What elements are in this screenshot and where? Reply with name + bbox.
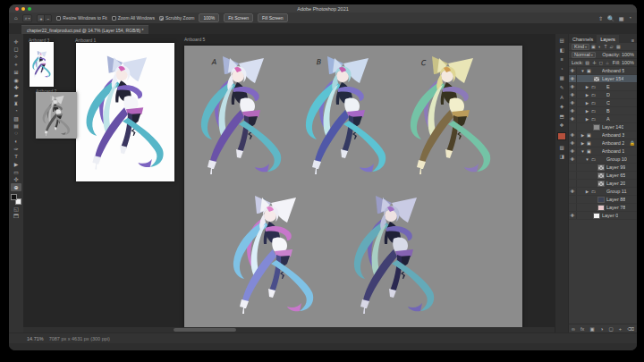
visibility-eye-icon[interactable] xyxy=(569,164,577,171)
tab-layers[interactable]: Layers xyxy=(597,35,619,43)
expand-collapse-icon[interactable]: ▼ xyxy=(580,149,585,154)
visibility-eye-icon[interactable]: 👁 xyxy=(569,139,577,147)
horizontal-scrollbar[interactable] xyxy=(23,327,555,333)
visibility-eye-icon[interactable] xyxy=(569,196,577,203)
layer-thumbnail[interactable] xyxy=(597,100,605,106)
zoom-level-field[interactable]: 14.71% xyxy=(27,336,44,341)
visibility-eye-icon[interactable] xyxy=(569,180,577,187)
tool-icon-19[interactable]: ⊕ xyxy=(11,183,21,191)
zoom-all-windows-checkbox[interactable]: Zoom All Windows xyxy=(112,15,155,21)
layer-name[interactable]: E xyxy=(606,84,610,89)
layer-name[interactable]: Layer 140 xyxy=(602,124,623,130)
artboard5[interactable]: ABCDE xyxy=(184,46,522,333)
blend-mode-dropdown[interactable]: Normal▾ xyxy=(572,52,596,58)
visibility-eye-icon[interactable] xyxy=(569,172,577,179)
layer-row[interactable]: Layer 88 xyxy=(569,196,637,204)
visibility-eye-icon[interactable]: 👁 xyxy=(569,147,577,155)
tool-icon-10[interactable]: ▨ xyxy=(11,114,21,122)
panel-icon[interactable]: ⬒ xyxy=(559,114,564,119)
zoom-100-button[interactable]: 100% xyxy=(199,13,219,22)
layer-thumbnail[interactable] xyxy=(597,84,605,90)
panel-icon[interactable]: ▧ xyxy=(559,145,564,150)
filter-type-icons[interactable]: ▣ ◐ T ▱ ▦ xyxy=(591,44,622,49)
panel-icon[interactable]: ▤ xyxy=(559,38,564,43)
layer-thumbnail[interactable] xyxy=(593,124,600,130)
panel-footer-icon-5[interactable]: + xyxy=(619,326,622,332)
tool-icon-17[interactable]: ▭ xyxy=(11,168,21,176)
layer-thumbnail[interactable] xyxy=(597,164,605,171)
panel-icon[interactable]: ▦ xyxy=(559,75,564,80)
layer-row[interactable]: Layer 99 xyxy=(569,164,637,172)
expand-collapse-icon[interactable]: ▼ xyxy=(585,157,589,162)
visibility-eye-icon[interactable]: 👁 xyxy=(569,131,577,139)
tool-icon-16[interactable]: ▶ xyxy=(11,161,21,169)
layer-name[interactable]: D xyxy=(606,92,610,97)
layer-thumbnail[interactable] xyxy=(593,68,600,74)
layer-name[interactable]: Layer 20 xyxy=(606,181,625,186)
panel-footer-icon-2[interactable]: ▣ xyxy=(590,326,595,332)
layer-name[interactable]: Layer 88 xyxy=(606,197,625,202)
layer-row[interactable]: 👁 ▼ 🗀 Group 10 xyxy=(569,156,637,164)
layer-thumbnail[interactable] xyxy=(597,156,605,163)
layer-name[interactable]: C xyxy=(606,100,610,105)
layer-row[interactable]: 👁 ▶ ▣ Artboard 3 xyxy=(569,131,637,139)
layer-name[interactable]: B xyxy=(606,108,610,114)
workspace-icon[interactable]: ▦ xyxy=(619,15,624,21)
visibility-eye-icon[interactable]: 👁 xyxy=(569,67,577,74)
artboard2[interactable] xyxy=(36,92,77,139)
layer-row[interactable]: 👁 ▶ 🗀 C xyxy=(569,99,637,107)
fit-screen-button[interactable]: Fit Screen xyxy=(224,13,253,22)
color-panel-swatch[interactable] xyxy=(557,132,566,140)
layer-name[interactable]: Layer 65 xyxy=(606,173,625,178)
tool-icon-4[interactable]: ⊞ xyxy=(11,68,21,76)
home-icon[interactable]: ⌂ xyxy=(14,15,18,21)
visibility-eye-icon[interactable]: 👁 xyxy=(569,75,577,82)
panel-icon[interactable]: ❖ xyxy=(560,122,564,128)
artboard3[interactable] xyxy=(30,42,54,87)
tool-icon-0[interactable]: ✛ xyxy=(11,38,21,46)
layer-thumbnail[interactable] xyxy=(597,108,605,114)
opacity-field[interactable]: Opacity: 100% xyxy=(602,52,634,57)
layer-name[interactable]: Artboard 1 xyxy=(602,148,625,154)
tool-icon-14[interactable]: ✑ xyxy=(11,145,21,153)
foreground-color-swatch[interactable] xyxy=(11,194,17,200)
panel-footer-icon-3[interactable]: ◑ xyxy=(600,326,603,332)
layer-name[interactable]: A xyxy=(606,116,610,122)
visibility-eye-icon[interactable]: 👁 xyxy=(569,188,577,195)
panel-icon[interactable]: ◈ xyxy=(560,104,564,109)
tool-icon-1[interactable]: ◻ xyxy=(11,46,21,54)
layer-name[interactable]: Group 10 xyxy=(606,156,627,162)
layer-thumbnail[interactable] xyxy=(593,213,600,219)
expand-collapse-icon[interactable]: ▼ xyxy=(580,69,585,73)
expand-collapse-icon[interactable]: ▶ xyxy=(580,133,585,138)
layer-name[interactable]: Group 11 xyxy=(606,189,627,194)
quick-mask-icon[interactable]: ◱ xyxy=(11,205,21,213)
visibility-eye-icon[interactable]: 👁 xyxy=(569,212,577,219)
visibility-eye-icon[interactable]: 👁 xyxy=(569,115,577,122)
layer-thumbnail[interactable] xyxy=(597,189,605,195)
zoom-in-icon[interactable]: + xyxy=(38,15,44,21)
canvas-area[interactable]: Artboard 3 Artboard 1 Artboard 2 Artboar… xyxy=(23,34,555,333)
expand-collapse-icon[interactable]: ▶ xyxy=(585,117,589,122)
visibility-eye-icon[interactable]: 👁 xyxy=(569,83,577,90)
panel-icon[interactable]: ◨ xyxy=(559,154,564,159)
layer-row[interactable]: Layer 20 xyxy=(569,180,637,188)
layer-row[interactable]: Layer 140 xyxy=(569,123,637,131)
layer-thumbnail[interactable] xyxy=(597,116,605,122)
color-swatches[interactable] xyxy=(11,194,21,205)
zoom-out-icon[interactable]: − xyxy=(44,15,51,21)
expand-collapse-icon[interactable]: ▶ xyxy=(580,141,585,146)
panel-footer-icon-4[interactable]: ▢ xyxy=(608,326,613,332)
layer-thumbnail[interactable] xyxy=(597,205,605,211)
tool-icon-6[interactable]: ✚ xyxy=(11,84,21,92)
layer-thumbnail[interactable] xyxy=(593,140,600,147)
layer-row[interactable]: 👁 ▶ 🗀 Group 11 xyxy=(569,188,637,196)
expand-collapse-icon[interactable]: ▶ xyxy=(585,101,589,105)
scrollbar-thumb[interactable] xyxy=(174,328,236,332)
tool-icon-7[interactable]: ▰ xyxy=(11,91,21,99)
tool-icon-2[interactable]: ⟡ xyxy=(11,53,21,61)
share-icon[interactable]: ⇧ xyxy=(598,15,603,21)
layer-name[interactable]: Layer 78 xyxy=(606,205,625,210)
panel-icon[interactable]: ◧ xyxy=(559,47,564,53)
layer-thumbnail[interactable] xyxy=(597,197,605,203)
